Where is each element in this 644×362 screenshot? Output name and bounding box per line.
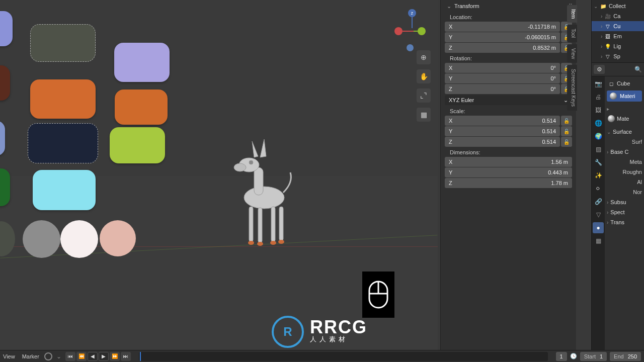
location-x-field[interactable]: X-0.11718 m (445, 22, 560, 32)
menu-marker[interactable]: Marker (22, 353, 39, 359)
viewport-3d[interactable]: z ⊕ ✋ ⌞⌝ ▦ R RRCG 人人素材 (0, 0, 438, 352)
dim-x-field[interactable]: X1.56 m (445, 157, 572, 167)
persp-icon[interactable]: ▦ (417, 108, 431, 122)
jump-end-button[interactable]: ⏭ (121, 352, 131, 361)
move-icon[interactable]: ✋ (417, 69, 431, 83)
jump-start-button[interactable]: ⏮ (65, 352, 75, 361)
row-roughness[interactable]: Roughn (607, 167, 642, 177)
filter-icon[interactable]: ⚙ (594, 65, 605, 74)
scale-z-field[interactable]: Z0.514 (445, 137, 560, 147)
frame-end-field[interactable]: End250 (610, 352, 641, 361)
scale-y-field[interactable]: Y0.514 (445, 126, 560, 136)
search-icon[interactable]: 🔍 (634, 66, 642, 73)
rotation-x-field[interactable]: X0° (445, 63, 560, 73)
swatch-maroon[interactable] (0, 65, 10, 101)
axis-z-icon[interactable]: z (408, 9, 416, 17)
tab-viewlayer[interactable]: 🖼 (593, 105, 604, 116)
outliner-item-camera[interactable]: ›🎥Ca (592, 11, 644, 21)
menu-view[interactable]: View (3, 353, 15, 359)
clock-icon[interactable]: 🕓 (570, 353, 577, 359)
row-subsurface[interactable]: ›Subsu (607, 197, 642, 207)
lock-icon[interactable]: 🔓 (561, 137, 572, 147)
tab-output[interactable]: 🖨 (593, 92, 604, 103)
tab-scene[interactable]: 🌐 (593, 118, 604, 129)
zoom-icon[interactable]: ⊕ (417, 50, 431, 64)
tab-world[interactable]: 🌍 (593, 131, 604, 142)
frame-start-field[interactable]: Start1 (580, 352, 607, 361)
outliner-item-sphere[interactable]: ›▽Sp (592, 51, 644, 61)
row-transmission[interactable]: ›Trans (607, 217, 642, 227)
surface-header[interactable]: ⌄Surface (607, 127, 642, 137)
swatch-cyan[interactable] (33, 170, 96, 210)
orientation-gizmo[interactable]: z (390, 5, 431, 50)
row-normal[interactable]: Nor (607, 187, 642, 197)
play-button[interactable]: ▶ (99, 352, 109, 361)
tab-modifiers[interactable]: 🔧 (593, 157, 604, 168)
tab-view[interactable]: View (567, 44, 577, 63)
swatch-gray[interactable] (23, 220, 60, 258)
axis-y-icon[interactable] (418, 27, 426, 35)
dim-y-field[interactable]: Y0.443 m (445, 167, 572, 177)
tab-render[interactable]: 📷 (593, 78, 604, 89)
swatch-lilac[interactable] (114, 43, 170, 82)
axis-x-icon[interactable] (394, 27, 403, 35)
camera-icon[interactable]: ⌞⌝ (417, 88, 431, 103)
swatch-white[interactable] (60, 220, 98, 258)
playhead[interactable] (140, 352, 141, 361)
axis-neg-icon[interactable] (407, 44, 414, 51)
lock-icon[interactable]: 🔓 (561, 116, 572, 126)
rotation-z-field[interactable]: Z0° (445, 84, 560, 94)
material-slot[interactable]: Materi (607, 90, 642, 102)
keyframe-prev-button[interactable]: ⏪ (76, 352, 87, 361)
play-reverse-button[interactable]: ◀ (88, 352, 98, 361)
outliner[interactable]: ⌄ 📁 Collect ›🎥Ca ›▽Cu ›🖼Em ›💡Lig ›▽Sp (592, 0, 644, 62)
tab-data[interactable]: ▽ (593, 209, 604, 220)
swatch-pink[interactable] (100, 220, 136, 256)
scale-x-field[interactable]: X0.514 (445, 116, 560, 126)
rotation-y-field[interactable]: Y0° (445, 73, 560, 83)
tab-tool[interactable]: Tool (567, 25, 577, 42)
frame-current-field[interactable]: 1 (556, 352, 567, 361)
keyframe-next-button[interactable]: ⏩ (110, 352, 120, 361)
timeline-track[interactable] (139, 352, 548, 361)
location-y-field[interactable]: Y-0.060015 m (445, 32, 560, 42)
keying-icon[interactable]: ⌄ (56, 353, 61, 360)
row-specular[interactable]: ›Spect (607, 207, 642, 217)
swatch-lavender[interactable] (0, 11, 13, 46)
material-dropdown[interactable]: Mate (607, 114, 642, 124)
tab-screencast[interactable]: Screencast Keys (567, 65, 577, 111)
chevron-right-icon[interactable]: ▸ (607, 106, 609, 112)
outliner-item-cube[interactable]: ›▽Cu (592, 21, 644, 31)
outliner-collection[interactable]: ⌄ 📁 Collect (592, 1, 644, 11)
swatch-slate[interactable] (0, 121, 5, 156)
row-surface[interactable]: Surf (607, 137, 642, 147)
chevron-right-icon: › (607, 210, 608, 215)
tab-object[interactable]: ▨ (593, 144, 604, 155)
swatch-green[interactable] (0, 168, 10, 206)
swatch-orange[interactable] (30, 79, 96, 119)
properties-breadcrumb[interactable]: ◻ Cube (607, 78, 642, 88)
swatch-lime[interactable] (110, 127, 165, 163)
tab-physics[interactable]: ⭘ (593, 183, 604, 194)
tab-constraints[interactable]: 🔗 (593, 196, 604, 207)
swatch-olive[interactable] (30, 24, 96, 62)
transform-header[interactable]: ⌄ Transform (441, 0, 576, 12)
location-label: Location: (445, 12, 572, 21)
tab-material[interactable]: ● (593, 222, 604, 233)
location-z-field[interactable]: Z0.8532 m (445, 43, 560, 53)
tab-particles[interactable]: ✨ (593, 170, 604, 181)
tab-item[interactable]: Item (567, 5, 577, 23)
lock-icon[interactable]: 🔓 (561, 126, 572, 136)
row-base-color[interactable]: ›Base C (607, 147, 642, 157)
outliner-item-empty[interactable]: ›🖼Em (592, 31, 644, 41)
swatch-navy[interactable] (28, 123, 98, 163)
row-metallic[interactable]: Meta (607, 157, 642, 167)
rotation-mode-dropdown[interactable]: XYZ Euler⌄ (445, 95, 572, 105)
dim-z-field[interactable]: Z1.78 m (445, 178, 572, 188)
autokey-icon[interactable] (44, 352, 52, 360)
row-alpha[interactable]: Al (607, 177, 642, 187)
swatch-orange-2[interactable] (115, 89, 168, 125)
tab-texture[interactable]: ▦ (593, 235, 604, 246)
outliner-item-light[interactable]: ›💡Lig (592, 41, 644, 51)
donkey-model[interactable] (229, 132, 299, 248)
